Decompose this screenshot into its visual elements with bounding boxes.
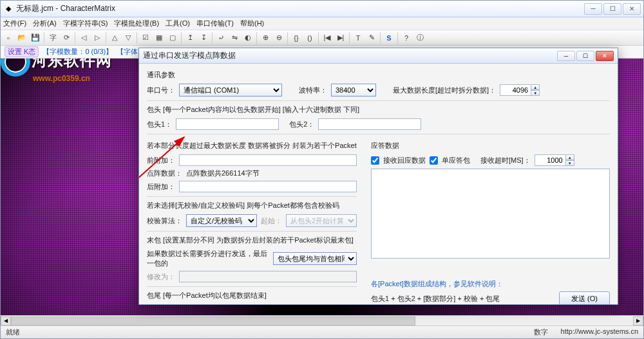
tool-open-icon[interactable]: 📂 bbox=[15, 32, 28, 44]
tool-check-icon[interactable]: ☑ bbox=[139, 32, 152, 44]
minimize-button[interactable]: ─ bbox=[584, 3, 602, 15]
head1-label: 包头1： bbox=[147, 120, 172, 129]
baud-label: 波特率： bbox=[299, 86, 327, 95]
tail-note: 末包 [设置某部分不同 为数据拆分后封装的若干Packet标识最末包] bbox=[147, 235, 357, 245]
status-num: 数字 bbox=[534, 327, 548, 337]
split-note: 若本部分长度超过最大数据长度 数据将被拆分 封装为若干个Packet bbox=[147, 141, 357, 151]
main-titlebar: ◆ 无标题.jcm - CharacterMatrix ─ ☐ ✕ bbox=[1, 1, 643, 17]
tool-text-icon[interactable]: T bbox=[352, 32, 365, 44]
send-button[interactable]: 发送 (O) bbox=[559, 291, 610, 304]
tool-help-icon[interactable]: ? bbox=[400, 32, 413, 44]
tail-select[interactable]: 包头包尾均与首包相同 bbox=[273, 252, 357, 265]
resp-to-label: 接收超时[MS]： bbox=[480, 156, 531, 165]
tool-save-icon[interactable]: 💾 bbox=[29, 32, 42, 44]
resp-chk1[interactable] bbox=[371, 156, 379, 165]
resp-heading: 应答数据 bbox=[371, 141, 610, 151]
resp-chk2[interactable] bbox=[430, 156, 438, 165]
maxlen-spinner[interactable]: ▲▼ bbox=[500, 84, 540, 96]
resp-chk1-label: 接收回应数据 bbox=[383, 156, 426, 165]
tail-mod-label: 修改为： bbox=[147, 272, 175, 282]
menu-serial[interactable]: 串口传输(T) bbox=[196, 19, 234, 28]
tool-last-icon[interactable]: ▶| bbox=[334, 32, 347, 44]
info-badge: 设置 K态 bbox=[5, 46, 39, 57]
resp-textarea[interactable] bbox=[371, 169, 610, 259]
serial-send-dialog: 通过串口发送字模点阵数据 ─ ☐ ✕ 通讯参数 串口号： 通信端口 (COM1)… bbox=[138, 48, 618, 305]
menu-string[interactable]: 字模字符串(S) bbox=[63, 19, 108, 28]
scroll-left-icon[interactable]: ◀ bbox=[1, 316, 11, 325]
tool-up-icon[interactable]: △ bbox=[108, 32, 121, 44]
chk-from-select: 从包头2开始计算 bbox=[286, 214, 357, 227]
tool-about-icon[interactable]: ⓘ bbox=[413, 32, 426, 44]
dialog-title: 通过串口发送字模点阵数据 bbox=[143, 50, 557, 61]
chk-select[interactable]: 自定义/无校验码 bbox=[186, 214, 257, 227]
tail-if: 如果数据过长需要拆分进行发送，最后一包的 bbox=[147, 249, 269, 268]
menu-analyze[interactable]: 分析(A) bbox=[33, 19, 57, 28]
tool-right-icon[interactable]: ▷ bbox=[91, 32, 104, 44]
dialog-close-button[interactable]: ✕ bbox=[596, 51, 614, 61]
tool-new-icon[interactable]: ▫ bbox=[2, 32, 15, 44]
pkt-note-link[interactable]: 各[Packet]数据组成结构，参见软件说明： bbox=[371, 279, 503, 289]
tool-invert-icon[interactable]: ◐ bbox=[242, 32, 254, 44]
matrix-value: 点阵数据共266114字节 bbox=[186, 169, 260, 178]
menubar: 文件(F) 分析(A) 字模字符串(S) 字模批处理(B) 工具(O) 串口传输… bbox=[1, 17, 643, 30]
dialog-maximize-button[interactable]: ☐ bbox=[576, 51, 594, 61]
tool-font-icon[interactable]: 字 bbox=[46, 32, 59, 44]
tool-border-icon[interactable]: ▢ bbox=[166, 32, 179, 44]
head-note: 包头 [每一个Packet内容均以包头数据开始] [输入十六进制数据 下同] bbox=[147, 105, 610, 115]
menu-batch[interactable]: 字模批处理(B) bbox=[114, 19, 159, 28]
baud-select[interactable]: 38400 bbox=[331, 84, 376, 96]
menu-tools[interactable]: 工具(O) bbox=[166, 19, 190, 28]
chk-note: 若未选择[无校验/自定义校验码] 则每个Packet都将包含校验码 bbox=[147, 201, 357, 210]
tool-zoom-in-icon[interactable]: ⊕ bbox=[259, 32, 272, 44]
head2-label: 包头2： bbox=[289, 120, 314, 129]
close-button[interactable]: ✕ bbox=[623, 3, 641, 15]
tool-left-icon[interactable]: ◁ bbox=[77, 32, 90, 44]
resp-chk2-label: 单应答包 bbox=[442, 156, 470, 165]
statusbar: 就绪 数字 http://www.jc-systems.cn bbox=[1, 325, 643, 338]
tool-wand-icon[interactable]: ✎ bbox=[365, 32, 378, 44]
port-select[interactable]: 通信端口 (COM1) bbox=[179, 84, 282, 96]
status-url: http://www.jc-systems.cn bbox=[561, 327, 638, 337]
head2-input[interactable] bbox=[318, 118, 421, 130]
foot-note: 包尾 [每一个Packet均以包尾数据结束] bbox=[147, 291, 357, 300]
tool-serial-icon[interactable]: S bbox=[383, 32, 395, 44]
tool-first-icon[interactable]: |◀ bbox=[321, 32, 334, 44]
horizontal-scrollbar[interactable]: ◀ ▶ bbox=[1, 315, 643, 325]
pkt-fmt: 包头1 + 包头2 + [数据部分] + 校验 + 包尾 bbox=[371, 294, 500, 304]
menu-help[interactable]: 帮助(H) bbox=[240, 19, 264, 28]
window-title: 无标题.jcm - CharacterMatrix bbox=[16, 3, 584, 14]
prefix-label: 前附加： bbox=[147, 156, 175, 165]
maxlen-label: 最大数据长度[超过时拆分数据]： bbox=[393, 86, 496, 95]
suffix-input[interactable] bbox=[179, 181, 357, 192]
tool-grid-icon[interactable]: ▦ bbox=[153, 32, 166, 44]
tool-import-icon[interactable]: ↧ bbox=[197, 32, 210, 44]
app-icon: ◆ bbox=[3, 4, 14, 14]
params-heading: 通讯参数 bbox=[147, 70, 610, 80]
chk-from-label: 起始： bbox=[261, 216, 282, 226]
head1-input[interactable] bbox=[176, 118, 279, 130]
suffix-label: 后附加： bbox=[147, 182, 175, 192]
maximize-button[interactable]: ☐ bbox=[603, 3, 621, 15]
toolbar: ▫ 📂 💾 字 ⟳ ◁ ▷ △ ▽ ☑ ▦ ▢ ↥ ↧ ⤾ ⇋ ◐ ⊕ ⊖ {}… bbox=[1, 30, 643, 46]
port-label: 串口号： bbox=[147, 86, 175, 95]
status-text: 就绪 bbox=[6, 327, 534, 337]
tool-code-icon[interactable]: {} bbox=[290, 32, 303, 44]
tail-mod-input bbox=[179, 271, 357, 282]
tool-down-icon[interactable]: ▽ bbox=[122, 32, 135, 44]
resp-to-spinner[interactable]: ▲▼ bbox=[535, 154, 574, 166]
dialog-minimize-button[interactable]: ─ bbox=[557, 51, 575, 61]
tool-export-icon[interactable]: ↥ bbox=[184, 32, 196, 44]
scroll-right-icon[interactable]: ▶ bbox=[633, 316, 643, 325]
tool-refresh-icon[interactable]: ⟳ bbox=[60, 32, 73, 44]
prefix-input[interactable] bbox=[179, 154, 357, 166]
tool-zoom-out-icon[interactable]: ⊖ bbox=[272, 32, 285, 44]
chk-label: 校验算法： bbox=[147, 216, 182, 226]
matrix-label: 点阵数据： bbox=[147, 169, 182, 178]
menu-file[interactable]: 文件(F) bbox=[3, 19, 26, 28]
tool-flip-icon[interactable]: ⇋ bbox=[228, 32, 241, 44]
tool-brace-icon[interactable]: () bbox=[303, 32, 316, 44]
scroll-thumb[interactable] bbox=[11, 316, 415, 325]
tool-rotate-icon[interactable]: ⤾ bbox=[214, 32, 227, 44]
